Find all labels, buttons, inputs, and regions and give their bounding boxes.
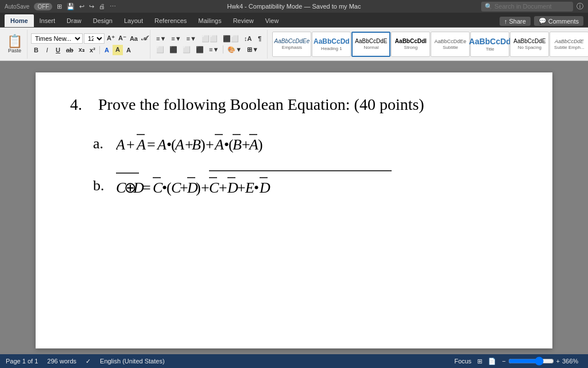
line-spacing-button[interactable]: ≡▼ <box>207 45 221 54</box>
search-box[interactable]: 🔍 <box>481 2 573 12</box>
tab-references[interactable]: References <box>149 14 192 27</box>
style-subtleemph[interactable]: AaBbCcDdE Subtle Emph... <box>550 32 588 57</box>
question-number: 4. <box>70 95 82 113</box>
superscript-button[interactable]: x² <box>87 45 98 55</box>
bold-button[interactable]: B <box>31 45 41 55</box>
share-button[interactable]: ↑ Share <box>500 17 531 26</box>
svg-text:+: + <box>219 179 227 196</box>
align-right-2-button[interactable]: ⬜ <box>180 45 193 55</box>
tab-draw[interactable]: Draw <box>61 14 87 27</box>
pilcrow-button[interactable]: ¶ <box>254 34 265 43</box>
window-icon-1: ⊞ <box>57 3 62 10</box>
svg-text:E: E <box>245 179 254 196</box>
save-icon[interactable]: 💾 <box>67 3 75 10</box>
tab-mailings[interactable]: Mailings <box>192 14 227 27</box>
list-bullet-button[interactable]: ≡▼ <box>154 34 168 43</box>
redo-icon[interactable]: ↪ <box>89 3 94 10</box>
tab-layout[interactable]: Layout <box>118 14 149 27</box>
paste-group: 📋 Paste <box>2 30 28 59</box>
print-icon[interactable]: 🖨 <box>99 3 105 10</box>
document-page: 4. Prove the following Boolean Equation:… <box>36 72 552 348</box>
info-icon[interactable]: ⓘ <box>577 2 583 12</box>
svg-text:A: A <box>156 136 167 153</box>
ribbon-actions: ↑ Share 💬 Comments <box>500 16 583 27</box>
align-right-button[interactable]: ⬛⬜ <box>220 34 241 44</box>
focus-label[interactable]: Focus <box>454 358 471 365</box>
subscript-button[interactable]: x₂ <box>76 45 87 55</box>
style-heading1[interactable]: AaBbCcDd Heading 1 <box>312 32 351 57</box>
para-controls: ≡▼ ≡▼ ≡▼ ⬜⬜ ⬛⬜ ↕A ¶ ⬜ ⬛ ⬜ ⬛ ≡▼ 🎨▼ ⊞▼ <box>154 34 265 55</box>
undo-icon[interactable]: ↩ <box>79 3 84 10</box>
style-subtitle[interactable]: AaBbCcDdEe Subtitle <box>431 32 470 57</box>
titlebar-right: 🔍 ⓘ <box>481 2 583 12</box>
style-emphasis[interactable]: AaBbCcDdEe Emphasis <box>272 32 311 57</box>
align-center-button[interactable]: ⬛ <box>167 45 180 55</box>
more-icon[interactable]: ⋯ <box>110 3 116 10</box>
svg-text:+: + <box>126 136 135 153</box>
style-title[interactable]: AaBbCcDd Title <box>470 32 509 57</box>
shading-button[interactable]: 🎨▼ <box>225 45 244 55</box>
svg-text:+: + <box>206 136 214 153</box>
zoom-in-button[interactable]: + <box>556 358 560 365</box>
svg-text:): ) <box>258 136 263 153</box>
tab-insert[interactable]: Insert <box>34 14 61 27</box>
indent-button[interactable]: ≡▼ <box>184 34 199 43</box>
ribbon-tabs: Home Insert Draw Design Layout Reference… <box>0 13 588 28</box>
border-button[interactable]: ⊞▼ <box>245 45 261 55</box>
align-left-2-button[interactable]: ⬜ <box>154 45 167 55</box>
font-color-2-button[interactable]: A <box>123 45 134 55</box>
style-normal[interactable]: AaBbCcDdE Normal <box>351 32 390 57</box>
svg-text:+: + <box>201 179 210 196</box>
svg-text:+: + <box>237 179 246 196</box>
word-count: 296 words <box>47 358 76 365</box>
italic-button[interactable]: I <box>42 45 52 55</box>
font-color-button[interactable]: A <box>102 45 112 55</box>
document-area: 4. Prove the following Boolean Equation:… <box>0 61 588 354</box>
svg-text:A: A <box>248 136 258 153</box>
tab-review[interactable]: Review <box>227 14 260 27</box>
list-number-button[interactable]: ≡▼ <box>169 34 183 43</box>
highlight-button[interactable]: A <box>113 45 123 55</box>
svg-text:D: D <box>259 179 270 196</box>
sub-question-a: a. A + A = A • ( A + B ) + <box>93 128 518 159</box>
align-left-button[interactable]: ⬜⬜ <box>199 34 220 44</box>
font-format-button[interactable]: 𝒜 <box>140 34 148 43</box>
svg-text:): ) <box>200 136 206 153</box>
comments-button[interactable]: 💬 Comments <box>534 16 583 26</box>
tab-design[interactable]: Design <box>87 14 118 27</box>
statusbar: Page 1 of 1 296 words ✓ English (United … <box>0 354 588 368</box>
underline-button[interactable]: U <box>53 45 63 55</box>
tab-home[interactable]: Home <box>5 14 34 27</box>
sort-button[interactable]: ↕A <box>242 34 254 43</box>
question-text: Prove the following Boolean Equation: (4… <box>98 95 424 113</box>
strikethrough-button[interactable]: ab <box>64 45 76 55</box>
zoom-slider[interactable] <box>508 356 554 366</box>
zoom-level: 366% <box>562 358 582 365</box>
font-aa-button[interactable]: Aa <box>129 34 139 43</box>
style-nospacing[interactable]: AaBbCcDdE No Spacing <box>510 32 549 57</box>
tab-view[interactable]: View <box>260 14 285 27</box>
view-icon-2[interactable]: 📄 <box>488 358 496 365</box>
language[interactable]: English (United States) <box>100 358 165 365</box>
svg-text:A: A <box>174 136 184 153</box>
comments-icon: 💬 <box>539 17 547 25</box>
view-icon-1[interactable]: ⊞ <box>477 358 482 365</box>
font-size-select[interactable]: 12 <box>84 33 105 44</box>
search-input[interactable] <box>494 3 569 10</box>
styles-group: AaBbCcDdEe Emphasis AaBbCcDd Heading 1 A… <box>269 30 588 59</box>
sub-b-label: b. <box>93 177 110 194</box>
divider-2 <box>223 45 223 53</box>
autosave-label: AutoSave <box>5 3 29 10</box>
paste-button[interactable]: 📋 Paste <box>5 34 25 55</box>
proofread-icon[interactable]: ✓ <box>86 358 91 365</box>
font-name-select[interactable]: Times New... <box>31 33 83 44</box>
shrink-font-button[interactable]: A⁻ <box>117 34 127 43</box>
equation-a-svg: A + A = A • ( A + B ) + A <box>116 128 357 159</box>
style-strong[interactable]: AaBbCcDdI Strong <box>391 32 430 57</box>
svg-text:A: A <box>116 136 125 153</box>
grow-font-button[interactable]: A⁺ <box>106 34 116 43</box>
zoom-out-button[interactable]: − <box>502 358 505 365</box>
autosave-toggle[interactable]: OFF <box>34 3 52 10</box>
justify-button[interactable]: ⬛ <box>194 45 206 55</box>
svg-text:A: A <box>136 136 146 153</box>
